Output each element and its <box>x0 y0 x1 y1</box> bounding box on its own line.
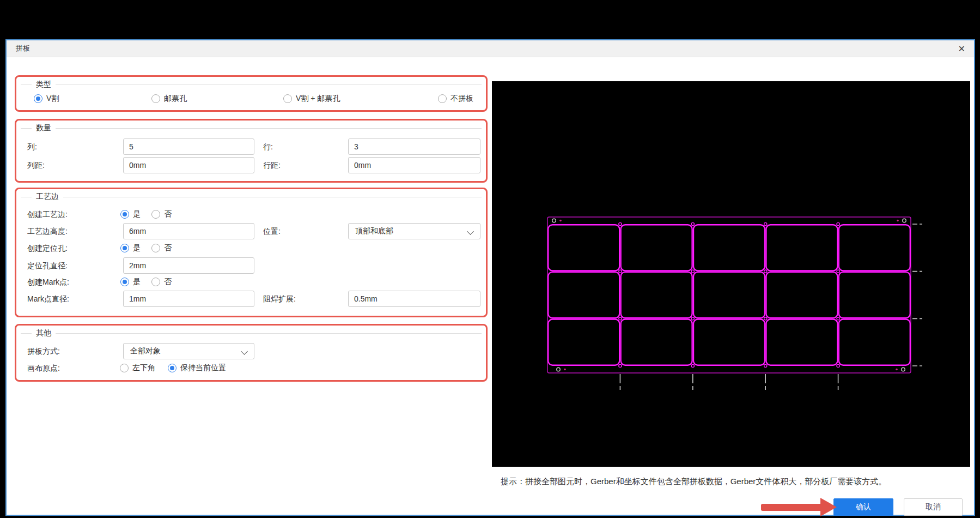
radio-vcut-plus-stamp[interactable]: V割 + 邮票孔 <box>283 91 340 107</box>
section-other: 其他 拼板方式: 全部对象 画布原点: 左下角 保持当前位置 <box>15 324 488 382</box>
annotation-arrow-head-icon <box>820 498 837 516</box>
section-type-legend: 类型 <box>21 79 482 90</box>
origin-bottom-left[interactable]: 左下角 <box>120 360 155 376</box>
create-edge-no[interactable]: 否 <box>151 206 172 222</box>
mark-diameter-input[interactable] <box>123 291 254 307</box>
column-gap-input[interactable] <box>123 157 254 173</box>
radio-stamp-hole-icon[interactable] <box>151 94 160 103</box>
canvas-origin-label: 画布原点: <box>27 360 60 376</box>
footer-hint: 提示：拼接全部图元时，Gerber和坐标文件包含全部拼板数据，Gerber文件体… <box>501 477 886 487</box>
origin-keep-current-icon[interactable] <box>168 364 176 372</box>
create-mark-no[interactable]: 否 <box>151 274 172 290</box>
section-process-edge: 工艺边 创建工艺边: 是 否 工艺边高度: 位置: 顶部和底部 <box>15 188 488 317</box>
cancel-button[interactable]: 取消 <box>904 498 963 516</box>
section-quantity: 数量 列: 行: 列距: 行距: <box>15 119 488 183</box>
panel-preview-canvas <box>492 81 970 467</box>
row-gap-input[interactable] <box>348 157 480 173</box>
annotation-arrow <box>761 504 822 511</box>
dialog-titlebar: 拼板 ✕ <box>7 40 974 57</box>
dialog-title: 拼板 <box>7 44 30 53</box>
columns-label: 列: <box>27 138 37 155</box>
radio-no-panelize[interactable]: 不拼板 <box>438 91 473 107</box>
create-mark-yes-icon[interactable] <box>120 278 129 286</box>
radio-no-panelize-icon[interactable] <box>438 94 447 103</box>
section-type: 类型 V割 邮票孔 V割 + 邮票孔 不拼板 <box>15 75 488 112</box>
columns-input[interactable] <box>123 138 254 155</box>
row-gap-label: 行距: <box>263 157 281 173</box>
create-mark-no-icon[interactable] <box>151 278 160 286</box>
column-gap-label: 列距: <box>27 157 45 173</box>
origin-bottom-left-icon[interactable] <box>120 364 129 372</box>
panel-preview-drawing <box>492 81 970 467</box>
origin-keep-current[interactable]: 保持当前位置 <box>168 360 226 376</box>
screen: 拼板 ✕ 类型 V割 邮票孔 V割 + 邮票孔 <box>0 0 980 518</box>
radio-stamp-hole[interactable]: 邮票孔 <box>151 91 187 107</box>
radio-vcut-plus-stamp-icon[interactable] <box>283 94 292 103</box>
create-edge-yes[interactable]: 是 <box>120 206 141 222</box>
create-hole-no-icon[interactable] <box>151 244 160 252</box>
confirm-button[interactable]: 确认 <box>833 498 893 516</box>
rows-input[interactable] <box>348 138 480 155</box>
create-mark-yes[interactable]: 是 <box>120 274 141 290</box>
create-hole-yes-icon[interactable] <box>120 244 129 252</box>
close-icon[interactable]: ✕ <box>958 40 965 57</box>
edge-height-label: 工艺边高度: <box>27 223 68 239</box>
create-hole-label: 创建定位孔: <box>27 240 68 256</box>
chevron-down-icon <box>241 348 248 355</box>
create-mark-label: 创建Mark点: <box>27 274 69 290</box>
radio-vcut-icon[interactable] <box>34 94 42 103</box>
chevron-down-icon <box>467 228 474 235</box>
hole-diameter-label: 定位孔直径: <box>27 257 68 274</box>
section-process-edge-legend: 工艺边 <box>21 191 482 202</box>
panel-mode-select[interactable]: 全部对象 <box>123 343 254 359</box>
radio-vcut[interactable]: V割 <box>34 91 59 107</box>
position-select[interactable]: 顶部和底部 <box>348 223 480 239</box>
create-hole-no[interactable]: 否 <box>151 240 172 256</box>
section-other-legend: 其他 <box>21 328 482 339</box>
position-label: 位置: <box>263 223 281 239</box>
hole-diameter-input[interactable] <box>123 257 254 274</box>
create-edge-no-icon[interactable] <box>151 210 160 219</box>
rows-label: 行: <box>263 138 273 155</box>
create-hole-yes[interactable]: 是 <box>120 240 141 256</box>
panelize-dialog: 拼板 ✕ 类型 V割 邮票孔 V割 + 邮票孔 <box>5 39 975 516</box>
panel-mode-label: 拼板方式: <box>27 343 60 359</box>
solder-expand-label: 阻焊扩展: <box>263 291 296 307</box>
edge-height-input[interactable] <box>123 223 254 239</box>
create-edge-yes-icon[interactable] <box>120 210 129 219</box>
mark-diameter-label: Mark点直径: <box>27 291 69 307</box>
section-quantity-legend: 数量 <box>21 123 482 134</box>
solder-expand-input[interactable] <box>348 291 480 307</box>
create-edge-label: 创建工艺边: <box>27 206 68 222</box>
